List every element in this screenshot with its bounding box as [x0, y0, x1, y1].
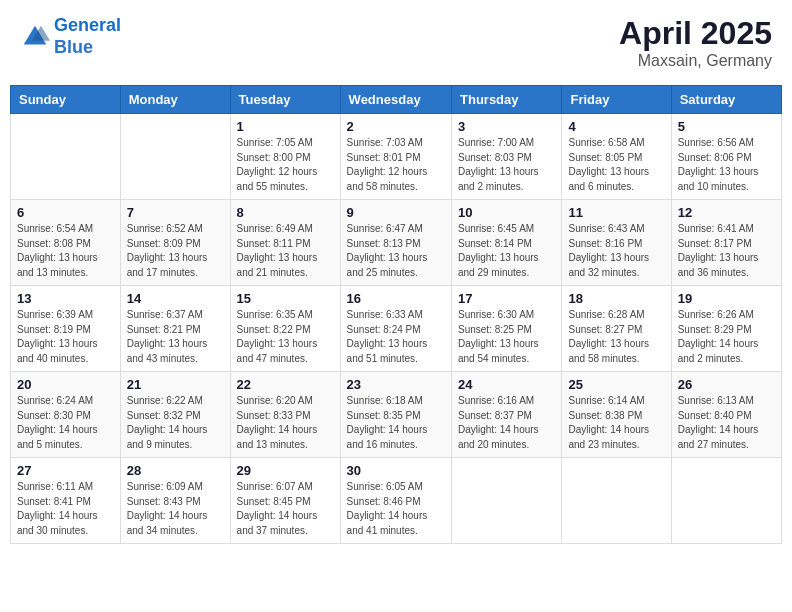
day-number: 25	[568, 377, 664, 392]
calendar-cell: 1Sunrise: 7:05 AM Sunset: 8:00 PM Daylig…	[230, 114, 340, 200]
calendar: SundayMondayTuesdayWednesdayThursdayFrid…	[10, 85, 782, 544]
day-number: 30	[347, 463, 445, 478]
day-info: Sunrise: 6:45 AM Sunset: 8:14 PM Dayligh…	[458, 222, 555, 280]
day-info: Sunrise: 6:16 AM Sunset: 8:37 PM Dayligh…	[458, 394, 555, 452]
day-number: 7	[127, 205, 224, 220]
day-number: 21	[127, 377, 224, 392]
day-info: Sunrise: 6:14 AM Sunset: 8:38 PM Dayligh…	[568, 394, 664, 452]
day-number: 10	[458, 205, 555, 220]
logo-line1: General	[54, 15, 121, 35]
day-number: 23	[347, 377, 445, 392]
header: General Blue April 2025 Maxsain, Germany	[10, 10, 782, 75]
calendar-cell: 13Sunrise: 6:39 AM Sunset: 8:19 PM Dayli…	[11, 286, 121, 372]
calendar-cell: 22Sunrise: 6:20 AM Sunset: 8:33 PM Dayli…	[230, 372, 340, 458]
day-number: 6	[17, 205, 114, 220]
week-row-2: 6Sunrise: 6:54 AM Sunset: 8:08 PM Daylig…	[11, 200, 782, 286]
calendar-cell: 6Sunrise: 6:54 AM Sunset: 8:08 PM Daylig…	[11, 200, 121, 286]
calendar-cell	[452, 458, 562, 544]
calendar-cell: 30Sunrise: 6:05 AM Sunset: 8:46 PM Dayli…	[340, 458, 451, 544]
calendar-cell: 14Sunrise: 6:37 AM Sunset: 8:21 PM Dayli…	[120, 286, 230, 372]
calendar-cell: 29Sunrise: 6:07 AM Sunset: 8:45 PM Dayli…	[230, 458, 340, 544]
title-area: April 2025 Maxsain, Germany	[619, 15, 772, 70]
day-number: 4	[568, 119, 664, 134]
day-info: Sunrise: 6:18 AM Sunset: 8:35 PM Dayligh…	[347, 394, 445, 452]
day-info: Sunrise: 6:07 AM Sunset: 8:45 PM Dayligh…	[237, 480, 334, 538]
day-info: Sunrise: 6:26 AM Sunset: 8:29 PM Dayligh…	[678, 308, 775, 366]
weekday-header-friday: Friday	[562, 86, 671, 114]
calendar-cell: 8Sunrise: 6:49 AM Sunset: 8:11 PM Daylig…	[230, 200, 340, 286]
day-info: Sunrise: 6:13 AM Sunset: 8:40 PM Dayligh…	[678, 394, 775, 452]
calendar-cell: 24Sunrise: 6:16 AM Sunset: 8:37 PM Dayli…	[452, 372, 562, 458]
calendar-cell: 9Sunrise: 6:47 AM Sunset: 8:13 PM Daylig…	[340, 200, 451, 286]
calendar-cell	[671, 458, 781, 544]
calendar-cell: 18Sunrise: 6:28 AM Sunset: 8:27 PM Dayli…	[562, 286, 671, 372]
day-number: 29	[237, 463, 334, 478]
day-number: 27	[17, 463, 114, 478]
logo-icon	[20, 22, 50, 52]
week-row-3: 13Sunrise: 6:39 AM Sunset: 8:19 PM Dayli…	[11, 286, 782, 372]
day-info: Sunrise: 6:56 AM Sunset: 8:06 PM Dayligh…	[678, 136, 775, 194]
calendar-cell	[11, 114, 121, 200]
day-info: Sunrise: 6:20 AM Sunset: 8:33 PM Dayligh…	[237, 394, 334, 452]
day-number: 2	[347, 119, 445, 134]
day-info: Sunrise: 6:47 AM Sunset: 8:13 PM Dayligh…	[347, 222, 445, 280]
day-info: Sunrise: 6:54 AM Sunset: 8:08 PM Dayligh…	[17, 222, 114, 280]
calendar-cell: 7Sunrise: 6:52 AM Sunset: 8:09 PM Daylig…	[120, 200, 230, 286]
calendar-cell: 11Sunrise: 6:43 AM Sunset: 8:16 PM Dayli…	[562, 200, 671, 286]
day-info: Sunrise: 7:00 AM Sunset: 8:03 PM Dayligh…	[458, 136, 555, 194]
weekday-header-monday: Monday	[120, 86, 230, 114]
week-row-1: 1Sunrise: 7:05 AM Sunset: 8:00 PM Daylig…	[11, 114, 782, 200]
day-info: Sunrise: 6:43 AM Sunset: 8:16 PM Dayligh…	[568, 222, 664, 280]
week-row-4: 20Sunrise: 6:24 AM Sunset: 8:30 PM Dayli…	[11, 372, 782, 458]
day-info: Sunrise: 6:49 AM Sunset: 8:11 PM Dayligh…	[237, 222, 334, 280]
day-info: Sunrise: 6:37 AM Sunset: 8:21 PM Dayligh…	[127, 308, 224, 366]
day-info: Sunrise: 7:03 AM Sunset: 8:01 PM Dayligh…	[347, 136, 445, 194]
day-info: Sunrise: 6:33 AM Sunset: 8:24 PM Dayligh…	[347, 308, 445, 366]
logo: General Blue	[20, 15, 121, 58]
day-number: 26	[678, 377, 775, 392]
weekday-header-thursday: Thursday	[452, 86, 562, 114]
day-info: Sunrise: 6:58 AM Sunset: 8:05 PM Dayligh…	[568, 136, 664, 194]
day-number: 1	[237, 119, 334, 134]
calendar-cell: 23Sunrise: 6:18 AM Sunset: 8:35 PM Dayli…	[340, 372, 451, 458]
calendar-cell: 16Sunrise: 6:33 AM Sunset: 8:24 PM Dayli…	[340, 286, 451, 372]
day-number: 17	[458, 291, 555, 306]
day-number: 16	[347, 291, 445, 306]
day-info: Sunrise: 6:11 AM Sunset: 8:41 PM Dayligh…	[17, 480, 114, 538]
day-info: Sunrise: 6:35 AM Sunset: 8:22 PM Dayligh…	[237, 308, 334, 366]
calendar-cell: 27Sunrise: 6:11 AM Sunset: 8:41 PM Dayli…	[11, 458, 121, 544]
day-info: Sunrise: 6:22 AM Sunset: 8:32 PM Dayligh…	[127, 394, 224, 452]
weekday-header-row: SundayMondayTuesdayWednesdayThursdayFrid…	[11, 86, 782, 114]
day-number: 11	[568, 205, 664, 220]
weekday-header-saturday: Saturday	[671, 86, 781, 114]
calendar-cell: 28Sunrise: 6:09 AM Sunset: 8:43 PM Dayli…	[120, 458, 230, 544]
week-row-5: 27Sunrise: 6:11 AM Sunset: 8:41 PM Dayli…	[11, 458, 782, 544]
day-number: 13	[17, 291, 114, 306]
calendar-cell	[120, 114, 230, 200]
day-number: 5	[678, 119, 775, 134]
day-info: Sunrise: 6:30 AM Sunset: 8:25 PM Dayligh…	[458, 308, 555, 366]
day-info: Sunrise: 6:41 AM Sunset: 8:17 PM Dayligh…	[678, 222, 775, 280]
calendar-cell: 19Sunrise: 6:26 AM Sunset: 8:29 PM Dayli…	[671, 286, 781, 372]
day-number: 19	[678, 291, 775, 306]
day-number: 24	[458, 377, 555, 392]
month-title: April 2025	[619, 15, 772, 52]
calendar-cell: 12Sunrise: 6:41 AM Sunset: 8:17 PM Dayli…	[671, 200, 781, 286]
day-info: Sunrise: 6:05 AM Sunset: 8:46 PM Dayligh…	[347, 480, 445, 538]
logo-text: General Blue	[54, 15, 121, 58]
weekday-header-wednesday: Wednesday	[340, 86, 451, 114]
calendar-cell: 26Sunrise: 6:13 AM Sunset: 8:40 PM Dayli…	[671, 372, 781, 458]
day-info: Sunrise: 7:05 AM Sunset: 8:00 PM Dayligh…	[237, 136, 334, 194]
day-info: Sunrise: 6:39 AM Sunset: 8:19 PM Dayligh…	[17, 308, 114, 366]
day-number: 18	[568, 291, 664, 306]
calendar-cell: 21Sunrise: 6:22 AM Sunset: 8:32 PM Dayli…	[120, 372, 230, 458]
day-info: Sunrise: 6:52 AM Sunset: 8:09 PM Dayligh…	[127, 222, 224, 280]
day-number: 14	[127, 291, 224, 306]
calendar-cell: 5Sunrise: 6:56 AM Sunset: 8:06 PM Daylig…	[671, 114, 781, 200]
day-number: 12	[678, 205, 775, 220]
day-info: Sunrise: 6:28 AM Sunset: 8:27 PM Dayligh…	[568, 308, 664, 366]
calendar-cell: 4Sunrise: 6:58 AM Sunset: 8:05 PM Daylig…	[562, 114, 671, 200]
calendar-cell: 10Sunrise: 6:45 AM Sunset: 8:14 PM Dayli…	[452, 200, 562, 286]
day-number: 8	[237, 205, 334, 220]
weekday-header-sunday: Sunday	[11, 86, 121, 114]
